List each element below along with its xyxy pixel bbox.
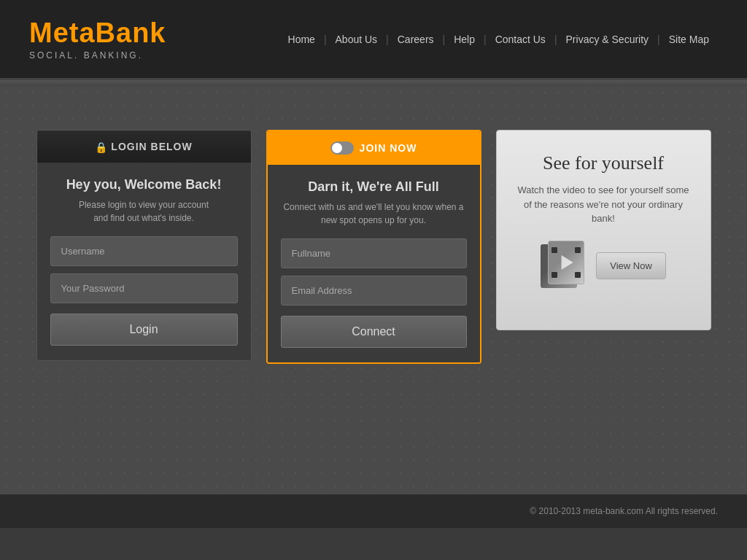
footer-copyright: © 2010-2013 meta-bank.com All rights res…	[530, 506, 718, 516]
join-subtitle: Connect with us and we'll let you know w…	[281, 201, 467, 227]
logo-bank: Bank	[96, 18, 166, 48]
login-subtitle: Please login to view your account and fi…	[50, 198, 238, 225]
nav-careers[interactable]: Careers	[389, 34, 443, 45]
login-subtitle-line1: Please login to view your account	[79, 200, 209, 210]
logo-area: MetaBank SOCIAL. BANKING.	[29, 18, 166, 61]
login-welcome-title: Hey you, Welcome Back!	[50, 177, 238, 192]
lock-icon	[95, 141, 105, 152]
header-separator	[0, 80, 747, 86]
video-description: Watch the video to see for yourself some…	[514, 183, 693, 226]
logo: MetaBank	[29, 18, 166, 49]
film-icon	[541, 241, 584, 292]
connect-button[interactable]: Connect	[281, 316, 467, 348]
film-hole-4	[575, 272, 581, 278]
footer: © 2010-2013 meta-bank.com All rights res…	[0, 494, 747, 528]
video-area: View Now	[541, 241, 666, 292]
join-header-label: JOIN NOW	[360, 142, 417, 154]
username-input[interactable]	[50, 236, 238, 266]
join-panel-header: JOIN NOW	[268, 131, 480, 165]
fullname-input[interactable]	[281, 238, 467, 268]
film-hole-1	[551, 247, 557, 253]
toggle-icon	[330, 141, 354, 155]
join-panel-body: Darn it, We're All Full Connect with us …	[268, 165, 480, 362]
email-input[interactable]	[281, 276, 467, 306]
film-hole-3	[551, 272, 557, 278]
login-panel-body: Hey you, Welcome Back! Please login to v…	[37, 163, 251, 360]
main-content: LOGIN BELOW Hey you, Welcome Back! Pleas…	[0, 86, 747, 494]
video-panel: See for yourself Watch the video to see …	[496, 130, 711, 330]
logo-tagline: SOCIAL. BANKING.	[29, 50, 166, 61]
film-hole-2	[575, 247, 581, 253]
film-strip-front	[548, 241, 584, 284]
join-title: Darn it, We're All Full	[281, 179, 467, 195]
join-panel: JOIN NOW Darn it, We're All Full Connect…	[266, 130, 481, 364]
video-title: See for yourself	[543, 152, 664, 174]
logo-meta: Meta	[29, 18, 96, 48]
header: MetaBank SOCIAL. BANKING. Home | About U…	[0, 0, 747, 80]
nav: Home | About Us | Careers | Help | Conta…	[279, 34, 718, 45]
nav-contact[interactable]: Contact Us	[487, 34, 554, 45]
play-arrow	[562, 255, 573, 270]
view-now-button[interactable]: View Now	[596, 252, 666, 279]
login-subtitle-line2: and find out what's inside.	[93, 213, 194, 223]
nav-sitemap[interactable]: Site Map	[660, 34, 718, 45]
login-header-label: LOGIN BELOW	[111, 141, 192, 152]
nav-help[interactable]: Help	[445, 34, 484, 45]
nav-privacy[interactable]: Privacy & Security	[557, 34, 658, 45]
password-input[interactable]	[50, 273, 238, 303]
nav-about[interactable]: About Us	[327, 34, 387, 45]
login-panel: LOGIN BELOW Hey you, Welcome Back! Pleas…	[36, 130, 252, 361]
login-panel-header: LOGIN BELOW	[37, 131, 251, 163]
login-button[interactable]: Login	[50, 314, 238, 346]
nav-home[interactable]: Home	[279, 34, 324, 45]
